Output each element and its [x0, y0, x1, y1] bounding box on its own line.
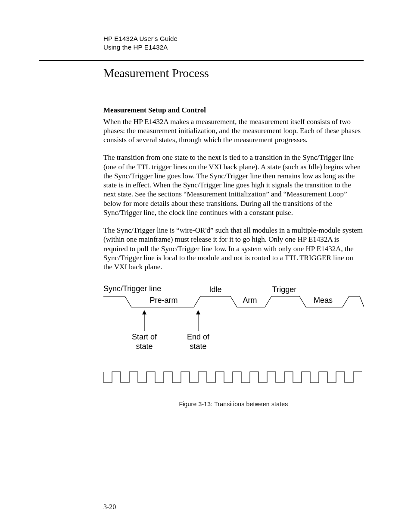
paragraph-3: The Sync/Trigger line is “wire-OR'd” suc…	[103, 226, 364, 271]
label-arm: Arm	[243, 296, 257, 305]
clock-waveform	[103, 372, 362, 383]
footer-rule	[103, 499, 364, 499]
label-idle: Idle	[209, 285, 221, 294]
running-header: HP E1432A User's Guide Using the HP E143…	[103, 34, 364, 52]
label-meas: Meas	[314, 296, 333, 305]
label-trigger: Trigger	[272, 285, 296, 294]
svg-marker-3	[196, 310, 200, 314]
label-start-of-state-2: state	[136, 342, 153, 351]
arrow-end-of-state	[196, 310, 200, 331]
header-line-2: Using the HP E1432A	[103, 43, 364, 52]
section-title: Measurement Process	[103, 66, 364, 80]
label-start-of-state-1: Start of	[132, 333, 157, 341]
label-end-of-state-1: End of	[187, 333, 210, 341]
subsection-heading: Measurement Setup and Control	[103, 106, 364, 115]
label-end-of-state-2: state	[190, 342, 206, 351]
timing-diagram-svg: Sync/Trigger line Idle Trigger Pre-arm A…	[103, 283, 366, 395]
header-line-1: HP E1432A User's Guide	[103, 34, 364, 43]
label-prearm: Pre-arm	[149, 296, 177, 305]
svg-marker-1	[142, 310, 146, 314]
paragraph-2: The transition from one state to the nex…	[103, 153, 364, 217]
arrow-start-of-state	[142, 310, 146, 331]
label-sync: Sync/Trigger line	[103, 284, 161, 293]
figure-caption: Figure 3-13: Transitions between states	[103, 401, 364, 408]
header-rule	[39, 60, 364, 61]
figure-3-13: Sync/Trigger line Idle Trigger Pre-arm A…	[103, 283, 364, 408]
paragraph-1: When the HP E1432A makes a measurement, …	[103, 117, 364, 145]
page-number: 3-20	[103, 503, 116, 511]
